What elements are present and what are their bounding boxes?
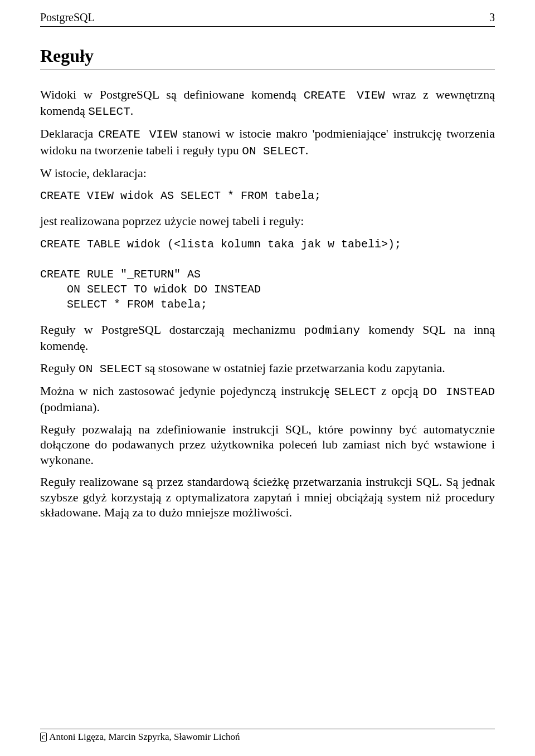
keyword-on-select: ON SELECT <box>242 145 305 158</box>
section-rule <box>40 70 495 70</box>
paragraph-2: Deklaracja CREATE VIEW stanowi w istocie… <box>40 126 495 159</box>
section-title: Reguły <box>40 46 495 66</box>
paragraph-5: Reguły w PostgreSQL dostarczają mechaniz… <box>40 322 495 354</box>
paragraph-4: jest realizowana poprzez użycie nowej ta… <box>40 213 495 229</box>
keyword-select: SELECT <box>88 105 130 118</box>
keyword-do-instead: DO INSTEAD <box>423 386 495 398</box>
keyword-on-select: ON SELECT <box>79 363 142 375</box>
text: są stosowane w ostatniej fazie przetwarz… <box>142 361 445 375</box>
text: (podmiana). <box>40 400 100 414</box>
copyright-icon: c <box>40 733 47 742</box>
code-block-2: CREATE TABLE widok (<lista kolumn taka j… <box>40 237 495 312</box>
text: Deklaracja <box>40 126 98 140</box>
page-footer: cAntoni Ligęza, Marcin Szpyrka, Sławomir… <box>40 729 495 743</box>
paragraph-8: Reguły pozwalają na zdefiniowanie instru… <box>40 422 495 468</box>
text: Reguły w PostgreSQL dostarczają mechaniz… <box>40 323 304 336</box>
paragraph-3: W istocie, deklaracja: <box>40 165 495 181</box>
page: PostgreSQL 3 Reguły Widoki w PostgreSQL … <box>0 0 535 756</box>
paragraph-6: Reguły ON SELECT są stosowane w ostatnie… <box>40 360 495 377</box>
keyword-select: SELECT <box>334 386 377 398</box>
keyword-podmiany: podmiany <box>304 324 360 337</box>
page-number: 3 <box>489 11 495 24</box>
header-left: PostgreSQL <box>40 11 95 24</box>
text: Można w nich zastosować jedynie pojedync… <box>40 384 334 398</box>
code-block-1: CREATE VIEW widok AS SELECT * FROM tabel… <box>40 188 495 203</box>
paragraph-7: Można w nich zastosować jedynie pojedync… <box>40 383 495 415</box>
text: Widoki w PostgreSQL są definiowane komen… <box>40 87 304 101</box>
page-header: PostgreSQL 3 <box>40 11 495 27</box>
keyword-create-view: CREATE VIEW <box>304 89 385 102</box>
text: . <box>130 104 134 118</box>
paragraph-1: Widoki w PostgreSQL są definiowane komen… <box>40 87 495 120</box>
paragraph-9: Reguły realizowane są przez standardową … <box>40 474 495 520</box>
footer-text: Antoni Ligęza, Marcin Szpyrka, Sławomir … <box>49 731 240 742</box>
text: z opcją <box>376 384 423 398</box>
text: Reguły <box>40 361 79 375</box>
text: . <box>305 143 309 157</box>
keyword-create-view: CREATE VIEW <box>98 128 177 141</box>
